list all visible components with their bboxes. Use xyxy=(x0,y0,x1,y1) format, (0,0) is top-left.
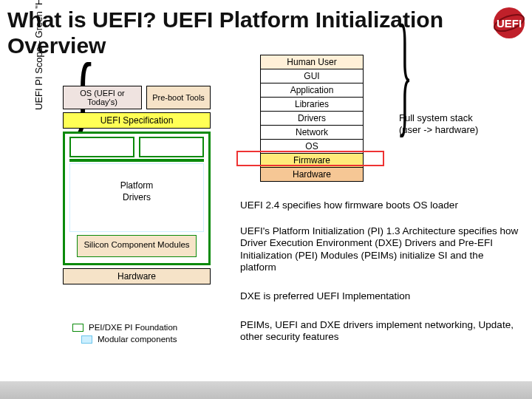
legend-swatch-green xyxy=(72,324,83,332)
stack-caption: Full system stack (user -> hardware) xyxy=(399,112,525,137)
legend-swatch-cyan xyxy=(81,335,92,344)
platform-drivers-box: Platform Drivers xyxy=(69,163,204,232)
system-stack-table: Human User GUI Application Libraries Dri… xyxy=(260,55,364,182)
pi-scope-side-label: UEFI PI Scope - Green "H" xyxy=(33,0,44,137)
stack-cell-hardware: Hardware xyxy=(261,167,363,181)
green-h-frame: Platform Drivers Silicon Component Modul… xyxy=(63,132,211,265)
h-left-column xyxy=(69,137,134,157)
stack-cell-drivers: Drivers xyxy=(261,111,363,125)
para-pi-13: UEFI's Platform Initialization (PI) 1.3 … xyxy=(240,225,521,274)
stack-cell-application: Application xyxy=(261,83,363,97)
legend-green-label: PEI/DXE PI Foundation xyxy=(89,323,177,332)
stack-cell-network: Network xyxy=(261,125,363,139)
legend-cyan-label: Modular components xyxy=(98,335,177,344)
platform-drivers-label-2: Drivers xyxy=(73,192,200,204)
svg-text:UEFI: UEFI xyxy=(497,17,522,30)
h-crossbar xyxy=(69,159,204,162)
silicon-modules-box: Silicon Component Modules xyxy=(77,235,197,257)
stack-cell-libraries: Libraries xyxy=(261,97,363,111)
stack-cell-os: OS xyxy=(261,139,363,153)
para-peims: PEIMs, UEFI and DXE drivers implement ne… xyxy=(240,319,521,344)
os-box: OS (UEFI or Today's) xyxy=(63,86,142,109)
uefi-logo: UEFI xyxy=(491,4,528,41)
uefi-layer-diagram: OS (UEFI or Today's) Pre-boot Tools UEFI… xyxy=(63,86,211,284)
footer-bar xyxy=(0,381,532,399)
preboot-tools-box: Pre-boot Tools xyxy=(146,86,211,109)
stack-caption-l2: (user -> hardware) xyxy=(399,124,525,136)
platform-drivers-label-1: Platform xyxy=(73,180,200,192)
stack-cell-human-user: Human User xyxy=(261,55,363,69)
legend: PEI/DXE PI Foundation Modular components xyxy=(72,323,228,347)
uefi-spec-bar: UEFI Specification xyxy=(63,112,211,129)
h-right-column xyxy=(139,137,204,157)
stack-cell-firmware: Firmware xyxy=(261,153,363,167)
stack-caption-l1: Full system stack xyxy=(399,112,525,124)
para-dxe-preferred: DXE is preferred UEFI Implementation xyxy=(240,290,521,302)
para-uefi-24: UEFI 2.4 specifies how firmware boots OS… xyxy=(240,200,521,211)
hardware-bar: Hardware xyxy=(63,268,211,284)
stack-cell-gui: GUI xyxy=(261,69,363,83)
